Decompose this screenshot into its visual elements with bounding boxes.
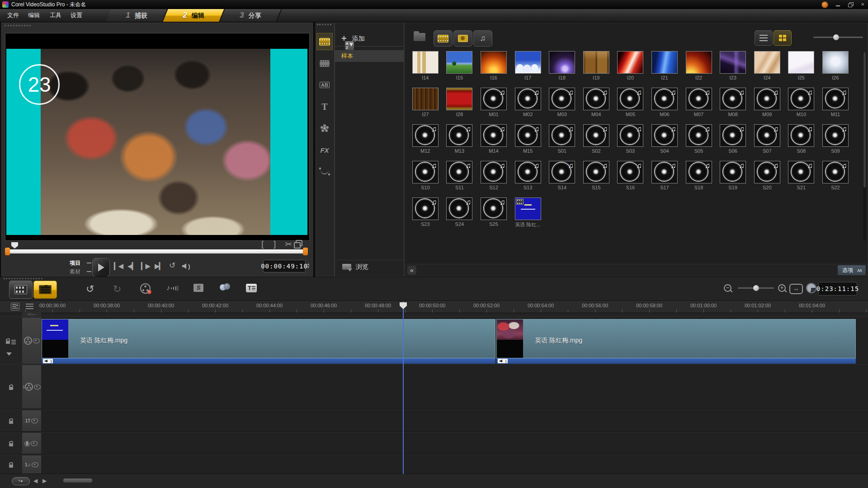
- lock-icon[interactable]: [6, 341, 10, 344]
- gallery-thumb[interactable]: I27: [408, 88, 443, 124]
- menu-tools[interactable]: 工具: [48, 9, 63, 22]
- sound-mixer-icon[interactable]: ♪: [166, 284, 170, 292]
- play-button[interactable]: [92, 258, 110, 277]
- timeline-ruler[interactable]: 00:00:36:0000:00:38:0000:00:40:0000:00:4…: [0, 300, 868, 313]
- gallery-thumb[interactable]: ♫S11: [443, 161, 477, 197]
- mode-clip-label[interactable]: 素材: [70, 268, 80, 276]
- gallery-thumb[interactable]: ♫S04: [647, 124, 682, 161]
- gallery-thumb[interactable]: ♫S17: [647, 161, 682, 197]
- audio-thumbnail[interactable]: ♫: [788, 88, 814, 110]
- painting-creator-icon[interactable]: [220, 284, 226, 291]
- gallery-thumb[interactable]: I21: [647, 51, 682, 88]
- audio-thumbnail[interactable]: ♫: [549, 124, 575, 147]
- scrubber-playhead-pin[interactable]: [11, 242, 18, 249]
- timecode-spinner[interactable]: ▲▼: [306, 260, 311, 272]
- gallery-thumb[interactable]: I28: [443, 88, 477, 124]
- track-expand-chevron[interactable]: [6, 356, 12, 364]
- gallery-thumb[interactable]: ♫M05: [613, 88, 648, 124]
- gallery-thumb[interactable]: I22: [682, 51, 716, 88]
- gallery-thumb[interactable]: ♫S24: [443, 197, 477, 234]
- img-thumbnail[interactable]: [617, 51, 643, 74]
- mark-in-icon[interactable]: [: [261, 239, 264, 249]
- audio-thumbnail[interactable]: ♫: [788, 161, 814, 183]
- scroll-right-icon[interactable]: ▶: [42, 478, 47, 484]
- slider-knob[interactable]: [833, 34, 839, 40]
- menu-file[interactable]: 文件: [5, 9, 21, 22]
- voice-track-body[interactable]: [42, 432, 868, 454]
- gallery-thumb[interactable]: ♫S06: [716, 124, 750, 161]
- img-thumbnail[interactable]: [549, 51, 575, 74]
- audio-thumbnail[interactable]: ♫: [686, 161, 712, 183]
- img-thumbnail[interactable]: [651, 51, 678, 74]
- project-duration[interactable]: 0:23:11:15: [818, 282, 857, 296]
- audio-thumbnail[interactable]: ♫: [617, 124, 643, 147]
- img-thumbnail[interactable]: [446, 88, 472, 110]
- gallery-thumb[interactable]: I17: [511, 51, 545, 88]
- overlay-track-header[interactable]: 1: [22, 365, 41, 408]
- gallery-thumb[interactable]: I14: [408, 51, 443, 88]
- gallery-thumb[interactable]: ♫M06: [647, 88, 682, 124]
- record-capture-icon[interactable]: [140, 283, 151, 294]
- audio-thumbnail[interactable]: ♫: [651, 88, 678, 110]
- go-start-button[interactable]: ▎◀: [114, 262, 123, 270]
- track-manager-button[interactable]: [9, 302, 21, 311]
- gallery-thumb[interactable]: ♫S02: [579, 124, 613, 161]
- step-edit[interactable]: 2编辑: [163, 9, 225, 22]
- eye-icon[interactable]: [31, 441, 38, 446]
- library-browse-button[interactable]: 浏览: [335, 260, 404, 273]
- img-thumbnail[interactable]: [583, 51, 609, 74]
- audio-thumbnail[interactable]: ♫: [720, 161, 746, 183]
- timeline-clip[interactable]: 英语 陈红梅.mpg: [42, 319, 495, 358]
- redo-button[interactable]: ↻: [113, 283, 121, 295]
- gallery-thumb[interactable]: ♫S05: [682, 124, 716, 161]
- swap-track-button[interactable]: +▸: [12, 477, 30, 485]
- timeline-view-button[interactable]: [33, 281, 57, 299]
- audio-thumbnail[interactable]: ♫: [651, 161, 678, 183]
- audio-thumbnail[interactable]: ♫: [515, 88, 541, 110]
- audio-thumbnail[interactable]: ♫: [822, 88, 849, 110]
- gallery-thumb[interactable]: ♫M03: [545, 88, 579, 124]
- nav-transition-icon[interactable]: AB: [316, 76, 333, 94]
- gallery-thumb[interactable]: ♫M14: [476, 124, 511, 161]
- audio-thumbnail[interactable]: ♫: [822, 124, 849, 147]
- audio-thumbnail[interactable]: ♫: [788, 124, 814, 147]
- library-category-sample[interactable]: 样本: [335, 50, 404, 62]
- scrubber-bar[interactable]: [9, 249, 303, 253]
- step-capture[interactable]: 1捕获: [106, 9, 168, 22]
- voice-track-header[interactable]: [22, 433, 41, 454]
- img-thumbnail[interactable]: [822, 51, 849, 74]
- gallery-thumb[interactable]: ♫M15: [511, 124, 545, 161]
- fit-project-button[interactable]: ↔: [789, 284, 803, 294]
- list-view-button[interactable]: [755, 30, 773, 46]
- lock-icon[interactable]: [9, 387, 13, 390]
- grid-view-button[interactable]: [774, 30, 792, 46]
- nav-media-icon[interactable]: [316, 33, 333, 50]
- mark-out-icon[interactable]: ]: [274, 239, 276, 249]
- img-thumbnail[interactable]: [754, 51, 780, 74]
- nav-motion-path-icon[interactable]: [316, 163, 333, 180]
- audio-thumbnail[interactable]: ♫: [412, 161, 439, 183]
- gallery-thumb[interactable]: ♫S18: [682, 161, 716, 197]
- overlay-track-body[interactable]: [42, 365, 868, 409]
- audio-thumbnail[interactable]: ♫: [412, 124, 439, 147]
- gallery-thumb[interactable]: ♫S25: [476, 197, 511, 234]
- eye-icon[interactable]: [32, 462, 38, 467]
- timeline-zoom-slider[interactable]: [738, 287, 774, 289]
- gallery-thumb[interactable]: I20: [613, 51, 648, 88]
- scroll-left-icon[interactable]: ◀: [33, 478, 38, 484]
- gallery-thumb[interactable]: ♫S08: [784, 124, 819, 161]
- audio-thumbnail[interactable]: ♫: [686, 124, 712, 147]
- gallery-thumb[interactable]: ♫M07: [682, 88, 716, 124]
- gallery-thumb[interactable]: ♫S16: [613, 161, 648, 197]
- h-scrollbar-thumb[interactable]: [63, 479, 92, 483]
- gallery-thumb[interactable]: ♫M12: [408, 124, 443, 161]
- thumbnail-size-slider[interactable]: [813, 37, 863, 38]
- gallery-thumb[interactable]: ♫S07: [750, 124, 784, 161]
- gallery-thumb[interactable]: ♫S15: [579, 161, 613, 197]
- corel-guide-icon[interactable]: [821, 1, 828, 8]
- gallery-thumb[interactable]: ♫M04: [579, 88, 613, 124]
- title-track-body[interactable]: [42, 410, 868, 432]
- filter-photo-button[interactable]: [453, 30, 472, 47]
- gallery-thumb[interactable]: I23: [716, 51, 750, 88]
- menu-settings[interactable]: 设置: [69, 9, 84, 22]
